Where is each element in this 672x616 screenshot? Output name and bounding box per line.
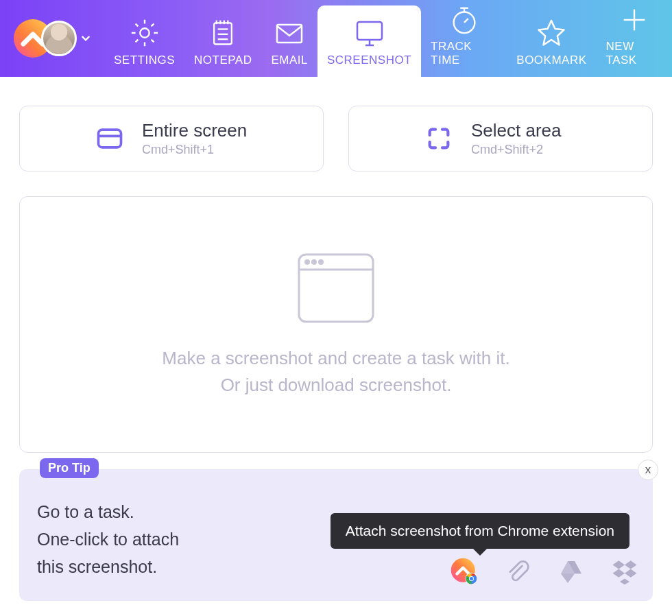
- svg-rect-22: [299, 254, 373, 322]
- tab-screenshot[interactable]: SCREENSHOT: [317, 5, 421, 77]
- tab-email[interactable]: EMAIL: [261, 0, 317, 77]
- app-window-icon: [295, 250, 377, 329]
- svg-rect-11: [357, 22, 382, 40]
- svg-point-25: [313, 261, 316, 264]
- screenshot-options: Entire screen Cmd+Shift+1 Select area Cm…: [0, 77, 672, 171]
- tab-newtask[interactable]: NEW TASK: [597, 0, 672, 77]
- protip-panel: Pro Tip x Go to a task. One-click to att…: [19, 469, 653, 601]
- svg-point-26: [320, 261, 323, 264]
- option-shortcut: Cmd+Shift+1: [142, 143, 247, 157]
- option-shortcut: Cmd+Shift+2: [471, 143, 562, 157]
- empty-state-text: Make a screenshot and create a task with…: [162, 345, 509, 399]
- tab-label: SCREENSHOT: [327, 54, 411, 67]
- svg-point-1: [140, 28, 149, 37]
- avatar-menu-chevron-icon[interactable]: [81, 34, 91, 43]
- svg-point-31: [470, 577, 473, 580]
- screenshot-empty-state: Make a screenshot and create a task with…: [19, 196, 653, 453]
- clickup-extension-icon[interactable]: [450, 557, 479, 586]
- tab-label: NEW TASK: [606, 40, 662, 67]
- tab-label: TRACK TIME: [431, 40, 497, 67]
- svg-rect-20: [99, 130, 121, 147]
- plus-icon: [618, 4, 651, 36]
- svg-line-15: [464, 19, 468, 23]
- crop-corners-icon: [420, 120, 457, 157]
- svg-point-14: [453, 12, 475, 34]
- paperclip-icon[interactable]: [503, 557, 532, 586]
- dropbox-icon[interactable]: [610, 557, 639, 586]
- tab-label: NOTEPAD: [194, 54, 252, 67]
- protip-text: Go to a task. One-click to attach this s…: [37, 498, 270, 580]
- brand-avatar-group: [5, 0, 104, 77]
- gear-icon: [128, 16, 161, 49]
- svg-point-24: [306, 261, 309, 264]
- google-drive-icon[interactable]: [557, 557, 586, 586]
- entire-screen-button[interactable]: Entire screen Cmd+Shift+1: [19, 106, 324, 171]
- attach-tooltip: Attach screenshot from Chrome extension: [331, 513, 629, 549]
- protip-close-button[interactable]: x: [638, 460, 658, 480]
- tab-notepad[interactable]: NOTEPAD: [184, 0, 261, 77]
- tab-bookmark[interactable]: BOOKMARK: [507, 0, 596, 77]
- stopwatch-icon: [448, 4, 481, 36]
- user-avatar[interactable]: [41, 21, 77, 56]
- tab-tracktime[interactable]: TRACK TIME: [421, 0, 507, 77]
- tab-settings[interactable]: SETTINGS: [104, 0, 184, 77]
- protip-badge: Pro Tip: [40, 458, 99, 478]
- app-header: SETTINGS NOTEPAD EMAIL SCREENSHO: [0, 0, 672, 77]
- notepad-icon: [206, 16, 239, 49]
- monitor-icon: [353, 16, 386, 49]
- option-title: Select area: [471, 120, 562, 141]
- option-title: Entire screen: [142, 120, 247, 141]
- tab-label: EMAIL: [271, 54, 308, 67]
- select-area-button[interactable]: Select area Cmd+Shift+2: [348, 106, 653, 171]
- tab-label: BOOKMARK: [516, 54, 586, 67]
- star-icon: [535, 16, 568, 49]
- svg-rect-10: [277, 25, 302, 43]
- attach-icon-row: [450, 557, 639, 586]
- tab-label: SETTINGS: [114, 54, 175, 67]
- envelope-icon: [273, 16, 306, 49]
- screen-outline-icon: [91, 120, 128, 157]
